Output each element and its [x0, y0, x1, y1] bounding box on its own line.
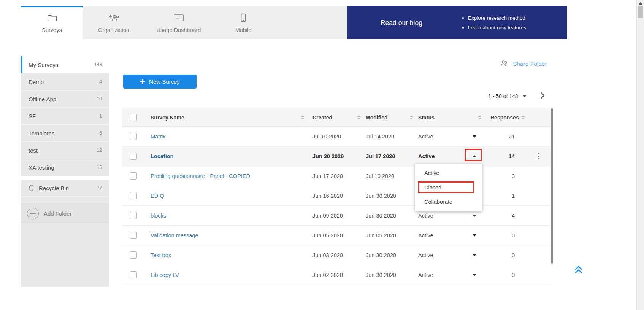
row-checkbox[interactable]: [130, 232, 137, 239]
banner-bullet-list: Explore research method Learn about new …: [461, 13, 526, 32]
responses-cell: 3: [484, 173, 525, 179]
survey-name-link[interactable]: Location: [151, 153, 173, 159]
responses-cell: 21: [484, 134, 525, 140]
responses-cell: 14: [484, 153, 525, 159]
tab-mobile[interactable]: Mobile: [213, 6, 274, 39]
tabs-filler: [274, 6, 347, 39]
folder-label: Templates: [29, 130, 54, 137]
header-responses[interactable]: Responses: [484, 114, 525, 121]
status-option-active[interactable]: Active: [415, 166, 482, 180]
sidebar-item-demo[interactable]: Demo 4: [21, 73, 109, 91]
sidebar-item-offline-app[interactable]: Offline App 10: [21, 91, 109, 108]
header-label: Status: [418, 114, 435, 121]
status-caret-icon[interactable]: [471, 272, 478, 278]
table-row: blocks Jun 09 2020 Jun 30 2020 Active 4: [122, 206, 552, 226]
next-page-button[interactable]: [540, 91, 545, 100]
sidebar-item-my-surveys[interactable]: My Surveys 148: [21, 56, 109, 73]
select-all-checkbox[interactable]: [130, 114, 137, 121]
table-row: Validation message Jun 05 2020 Jun 05 20…: [122, 226, 552, 245]
survey-name-link[interactable]: Lib copy LV: [151, 272, 179, 278]
scroll-to-top-icon[interactable]: [573, 265, 585, 275]
sort-icon[interactable]: [301, 115, 304, 119]
sidebar-filler: [21, 223, 109, 284]
sidebar-item-sf[interactable]: SF 1: [21, 108, 109, 125]
row-checkbox[interactable]: [130, 212, 137, 219]
modified-cell: Jul 14 2020: [366, 134, 418, 140]
add-folder-button[interactable]: Add Folder: [21, 203, 109, 223]
table-row: ED Q Jun 16 2020 Jun 30 2020 1: [122, 186, 552, 206]
created-cell: Jun 17 2020: [312, 173, 366, 179]
row-menu-kebab-icon[interactable]: [536, 151, 541, 161]
sidebar-item-recycle-bin[interactable]: Recycle Bin 77: [21, 180, 109, 197]
status-value: Active: [418, 213, 433, 219]
survey-name-link[interactable]: ED Q: [151, 193, 164, 199]
header-label: Survey Name: [151, 114, 184, 121]
modified-cell: Jun 30 2020: [366, 213, 418, 219]
mobile-icon: [241, 13, 246, 24]
recycle-bin-count: 77: [97, 185, 102, 191]
modified-cell: Jun 05 2020: [366, 232, 418, 238]
folder-label: test: [29, 147, 38, 154]
blog-banner[interactable]: Read our blog Explore research method Le…: [347, 6, 567, 39]
row-checkbox[interactable]: [130, 271, 137, 278]
header-label: Modified: [366, 114, 388, 121]
status-caret-open-icon[interactable]: [471, 154, 478, 159]
created-cell: Jun 03 2020: [312, 252, 366, 258]
responses-cell: 4: [484, 213, 525, 219]
sort-icon[interactable]: [478, 115, 481, 119]
header-survey-name[interactable]: Survey Name: [145, 114, 312, 121]
header-created[interactable]: Created: [312, 114, 366, 121]
scrollbar-up-arrow-icon[interactable]: [639, 2, 642, 5]
sidebar-item-test[interactable]: test 12: [21, 142, 109, 159]
tab-usage-dashboard[interactable]: Usage Dashboard: [144, 6, 213, 39]
status-option-collaborate[interactable]: Collaborate: [415, 195, 482, 209]
add-folder-label: Add Folder: [44, 210, 71, 217]
folder-label: Demo: [29, 79, 44, 85]
row-checkbox[interactable]: [130, 251, 137, 259]
header-status[interactable]: Status: [418, 114, 484, 121]
modified-cell: Jun 30 2020: [366, 272, 418, 278]
survey-name-link[interactable]: Validation message: [151, 232, 198, 238]
sidebar-spacer: [21, 197, 109, 203]
share-folder-button[interactable]: Share Folder: [498, 60, 547, 68]
responses-cell: 0: [484, 272, 525, 278]
folder-icon: [47, 14, 57, 24]
row-checkbox[interactable]: [130, 172, 137, 180]
folder-label: My Surveys: [29, 62, 58, 68]
created-cell: Jul 10 2020: [312, 134, 366, 140]
survey-name-link[interactable]: Profiling questionnaire - Panel - COPIED: [151, 173, 250, 179]
status-option-closed[interactable]: Closed: [415, 180, 482, 195]
row-checkbox[interactable]: [130, 192, 137, 199]
sort-icon[interactable]: [522, 115, 525, 119]
folders-sidebar: My Surveys 148 Demo 4 Offline App 10 SF …: [21, 56, 109, 287]
row-checkbox[interactable]: [130, 153, 137, 160]
survey-name-link[interactable]: blocks: [151, 213, 166, 219]
tab-surveys[interactable]: Surveys: [21, 6, 83, 39]
pagination-caret-icon[interactable]: [523, 95, 527, 97]
survey-name-link[interactable]: Matrix: [151, 134, 165, 140]
sidebar-item-templates[interactable]: Templates 6: [21, 125, 109, 142]
sidebar-item-xa-testing[interactable]: XA testing 15: [21, 159, 109, 176]
row-checkbox[interactable]: [130, 133, 137, 140]
status-caret-icon[interactable]: [471, 213, 478, 218]
status-caret-icon[interactable]: [471, 134, 478, 139]
created-cell: Jun 02 2020: [312, 272, 366, 278]
tab-surveys-label: Surveys: [42, 27, 62, 33]
table-row: Matrix Jul 10 2020 Jul 14 2020 Active 21: [122, 127, 552, 146]
sort-icon[interactable]: [410, 115, 413, 119]
sidebar-divider: [21, 176, 109, 180]
tab-organization[interactable]: Organization: [83, 6, 144, 39]
page-scrollbar[interactable]: [636, 0, 644, 310]
header-modified[interactable]: Modified: [366, 114, 418, 121]
sort-icon[interactable]: [357, 115, 360, 119]
table-scrollbar-thumb[interactable]: [551, 108, 553, 264]
status-caret-icon[interactable]: [471, 233, 478, 238]
survey-name-link[interactable]: Text box: [151, 252, 171, 258]
responses-cell: 1: [484, 193, 525, 199]
banner-bullet: Explore research method: [468, 13, 526, 23]
responses-cell: 0: [484, 252, 525, 258]
page-scrollbar-thumb[interactable]: [638, 6, 643, 18]
created-cell: Jun 05 2020: [312, 232, 366, 238]
new-survey-button[interactable]: New Survey: [123, 75, 197, 89]
status-caret-icon[interactable]: [471, 253, 478, 258]
